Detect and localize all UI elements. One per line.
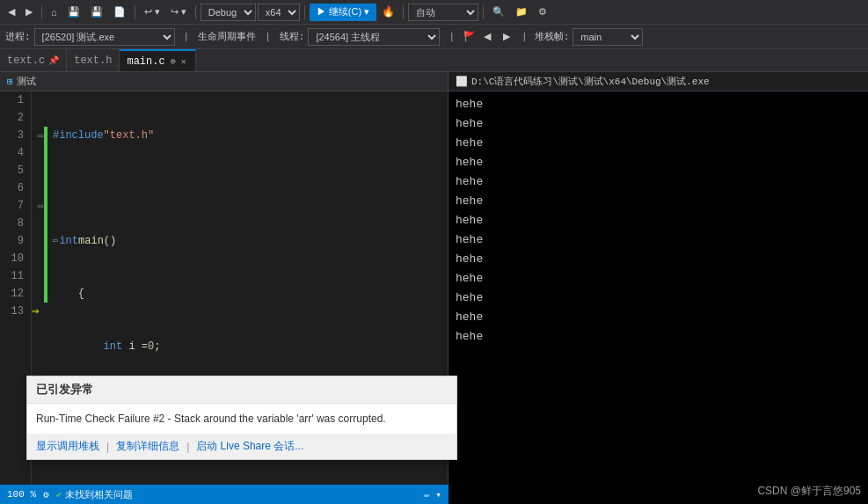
exception-body: Run-Time Check Failure #2 - Stack around… <box>27 404 456 434</box>
tab-main-c-pin: ⊕ <box>171 56 176 67</box>
sep1 <box>41 5 42 19</box>
redo-btn[interactable]: ↪ ▾ <box>166 3 191 22</box>
save-btn[interactable]: 💾 <box>63 3 84 22</box>
code-line-2 <box>53 179 444 197</box>
zoom-level[interactable]: 100 % <box>7 489 36 500</box>
exception-header: 已引发异常 <box>27 376 456 404</box>
undo-btn[interactable]: ↩ ▾ <box>140 3 164 22</box>
code-line-5: int i = 0; <box>53 338 444 355</box>
ln-8: 8 <box>7 215 24 232</box>
console-line: hehe <box>456 192 861 211</box>
ln-11: 11 <box>7 267 24 285</box>
ln-13: 13 <box>7 303 24 320</box>
console-content: hehehehehehehehehehehehehehehehehehehehe… <box>449 91 868 504</box>
search-btn[interactable]: 🔍 <box>488 3 509 22</box>
ln-7: 7 <box>7 197 24 215</box>
process-label: 进程: <box>5 30 31 43</box>
continue-btn[interactable]: ▶ 继续(C) ▾ <box>310 4 376 21</box>
separator-bar3: | <box>449 32 455 42</box>
main-toolbar: ◀ ▶ ⌂ 💾 💾 📄 ↩ ▾ ↪ ▾ Debug x64 ▶ 继续(C) ▾ … <box>0 0 868 25</box>
link-sep1: | <box>106 441 109 453</box>
tab-main-c-label: main.c <box>127 55 164 68</box>
process-dropdown[interactable]: [26520] 测试.exe <box>34 28 175 46</box>
check-icon: ✔ <box>56 489 62 500</box>
arch-dropdown[interactable]: x64 <box>258 4 300 21</box>
console-line: hehe <box>456 327 861 347</box>
status-check: ✔ 未找到相关问题 <box>56 488 134 501</box>
auto-dropdown[interactable]: 自动 <box>408 4 478 21</box>
status-text: 未找到相关问题 <box>65 488 133 501</box>
console-icon: ⬜ <box>456 76 468 87</box>
ln-12: 12 <box>7 285 24 303</box>
separator-bar1: | <box>184 32 190 42</box>
tab-text-h-label: text.h <box>74 55 112 67</box>
sep5 <box>403 5 404 19</box>
arrow-indicator: ⇒ <box>32 303 39 320</box>
editor-status-bar: 100 % ⚙ ✔ 未找到相关问题 ✏ ▾ <box>0 485 449 504</box>
gutter-1 <box>32 91 49 109</box>
ln-6: 6 <box>7 179 24 197</box>
file2-btn[interactable]: 📁 <box>511 3 532 22</box>
exception-popup: 已引发异常 Run-Time Check Failure #2 - Stack … <box>26 376 457 460</box>
editor-title: 测试 <box>17 75 36 88</box>
sep2 <box>135 5 135 19</box>
forward-btn[interactable]: ▶ <box>21 3 37 22</box>
exception-links: 显示调用堆栈 | 复制详细信息 | 启动 Live Share 会话... <box>27 434 456 459</box>
link-sep2: | <box>186 441 189 453</box>
green-bar <box>44 127 47 303</box>
gutter-2 <box>32 109 49 127</box>
ln-3: 3 <box>7 127 24 144</box>
thread-dropdown[interactable]: [24564] 主线程 <box>308 28 440 46</box>
console-line: hehe <box>456 172 861 192</box>
stack-dropdown[interactable]: main <box>573 28 643 46</box>
code-line-1: #include "text.h" <box>53 127 444 144</box>
status-icon: ⚙ <box>43 489 49 500</box>
sep4 <box>304 5 305 19</box>
exception-link-callstack[interactable]: 显示调用堆栈 <box>36 439 99 454</box>
home-btn[interactable]: ⌂ <box>47 3 62 22</box>
stack-label: 堆栈帧: <box>535 30 570 43</box>
console-line: hehe <box>456 250 861 269</box>
ln-5: 5 <box>7 162 24 179</box>
save2-btn[interactable]: 💾 <box>86 3 107 22</box>
sep3 <box>195 5 196 19</box>
thread-nav2[interactable]: ▶ <box>499 27 514 47</box>
console-line: hehe <box>456 289 861 308</box>
console-panel: ⬜ D:\C语言代码练习\测试\测试\x64\Debug\测试.exe hehe… <box>449 72 868 504</box>
back-btn[interactable]: ◀ <box>4 3 19 22</box>
console-line: hehe <box>456 230 861 250</box>
exception-link-copy[interactable]: 复制详细信息 <box>116 439 179 454</box>
console-title: D:\C语言代码练习\测试\测试\x64\Debug\测试.exe <box>471 75 710 88</box>
console-title-bar: ⬜ D:\C语言代码练习\测试\测试\x64\Debug\测试.exe <box>449 72 868 91</box>
file-btn[interactable]: 📄 <box>109 3 130 22</box>
thread-label: 线程: <box>280 30 305 43</box>
ln-9: 9 <box>7 232 24 250</box>
sep6 <box>483 5 484 19</box>
ln-4: 4 <box>7 144 24 162</box>
tab-main-c[interactable]: main.c ⊕ ✕ <box>120 49 195 71</box>
tab-text-c[interactable]: text.c 📌 <box>0 49 67 71</box>
separator-bar2: | <box>265 32 271 42</box>
tab-text-c-label: text.c <box>7 55 45 67</box>
editor-icon: ⊞ <box>7 76 13 87</box>
tab-text-h[interactable]: text.h <box>67 49 120 71</box>
console-line: hehe <box>456 114 861 134</box>
flag-icon: 🚩 <box>463 31 476 42</box>
tab-main-c-close[interactable]: ✕ <box>179 55 188 68</box>
ln-10: 10 <box>7 250 24 267</box>
console-line: hehe <box>456 95 861 114</box>
ln-1: 1 <box>7 91 24 109</box>
tab-bar: text.c 📌 text.h main.c ⊕ ✕ <box>0 49 868 72</box>
ln-2: 2 <box>7 109 24 127</box>
debug-dropdown[interactable]: Debug <box>201 4 256 21</box>
editor-panel: ⊞ 测试 1 2 3 4 5 6 7 8 9 10 11 12 13 <box>0 72 449 504</box>
watermark: CSDN @鲜于言悠905 <box>757 484 861 499</box>
console-line: hehe <box>456 153 861 172</box>
more-btn[interactable]: ⚙ <box>534 3 551 22</box>
process-bar: 进程: [26520] 测试.exe | 生命周期事件 | 线程: [24564… <box>0 25 868 49</box>
fire-icon: 🔥 <box>378 5 398 18</box>
thread-nav1[interactable]: ◀ <box>479 27 495 47</box>
code-line-3: ▭int main() <box>53 232 444 250</box>
exception-link-liveshare[interactable]: 启动 Live Share 会话... <box>196 439 303 454</box>
code-line-4: { <box>53 285 444 303</box>
